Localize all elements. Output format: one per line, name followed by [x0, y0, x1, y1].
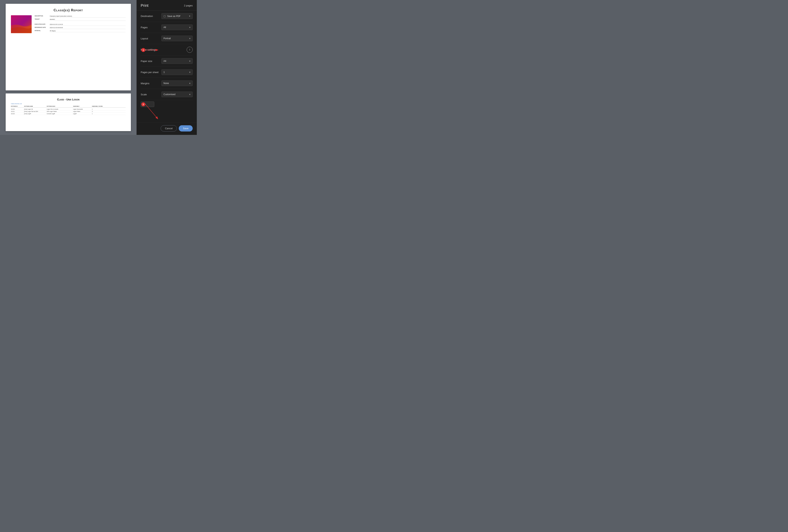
scale-select-wrapper: Customised Default Fit to page ▼	[161, 92, 193, 97]
print-panel: Print 2 pages Destination ▢ Save as PDF …	[137, 0, 197, 135]
scale-label: Scale	[141, 93, 159, 96]
paper-size-select-wrapper: A4 Letter A3 ▼	[161, 58, 193, 64]
pages-per-sheet-label: Pages per sheet	[141, 71, 159, 74]
page2-link: Class Events List	[11, 103, 125, 104]
print-settings-panel: Destination ▢ Save as PDF ▼ Pages All Cu…	[137, 11, 197, 122]
more-settings-row: More settings ⇧	[141, 44, 193, 56]
margins-select-wrapper: None Default Custom ▼	[161, 80, 193, 86]
pages-per-sheet-row: Pages per sheet 1 2 4 ▼	[141, 67, 193, 78]
more-settings-label: More settings	[141, 48, 157, 51]
layout-row: Layout Portrait Landscape ▼	[141, 33, 193, 44]
collapse-button[interactable]: ⇧	[186, 47, 193, 53]
layout-select[interactable]: Portrait Landscape	[161, 36, 193, 41]
paper-size-control: A4 Letter A3 ▼	[161, 58, 193, 64]
paper-size-select[interactable]: A4 Letter A3	[161, 58, 193, 64]
page-preview-1: Class(es) Report	[6, 4, 131, 91]
field-execution-date: Execution Date 2024-01-03 11:24:23	[35, 23, 125, 26]
table-row: 10,010 [Unix] Logon Ok Logon Ok on conso…	[11, 108, 125, 111]
chevron-down-icon: ▼	[189, 15, 191, 17]
field-description: Description Class(es) report (executive …	[35, 15, 125, 18]
table-row: 10,011 [Unix] Logon Fail via SSH SSH Log…	[11, 111, 125, 113]
destination-select[interactable]: ▢ Save as PDF ▼	[161, 13, 193, 19]
print-footer: Cancel Save	[137, 122, 197, 135]
report-title: Class(es) Report	[11, 8, 125, 12]
scale-select[interactable]: Customised Default Fit to page	[161, 92, 193, 97]
margins-select[interactable]: None Default Custom	[161, 80, 193, 86]
scale-input[interactable]	[141, 101, 154, 107]
print-title: Print	[141, 3, 149, 8]
pages-label: Pages	[141, 26, 159, 29]
pages-per-sheet-control: 1 2 4 ▼	[161, 69, 193, 75]
paper-size-row: Paper size A4 Letter A3 ▼	[141, 56, 193, 67]
field-tenant: Tenant daniele1	[35, 18, 125, 21]
paper-size-label: Paper size	[141, 60, 159, 62]
report-fields: Description Class(es) report (executive …	[35, 15, 125, 33]
destination-label: Destination	[141, 15, 159, 18]
field-interval: Interval 30 day(s)	[35, 30, 125, 32]
pages-per-sheet-select[interactable]: 1 2 4	[161, 69, 193, 75]
file-icon: ▢	[163, 15, 166, 18]
margins-row: Margins None Default Custom ▼	[141, 78, 193, 89]
margins-control: None Default Custom ▼	[161, 80, 193, 86]
pages-select-wrapper: All Custom ▼	[161, 24, 193, 30]
page2-title: Class - Unix Logon	[11, 98, 125, 101]
pages-control: All Custom ▼	[161, 24, 193, 30]
scale-input-row	[141, 100, 193, 110]
destination-control: ▢ Save as PDF ▼	[161, 13, 193, 19]
print-header: Print 2 pages	[137, 0, 197, 11]
report-image	[11, 15, 32, 33]
destination-row: Destination ▢ Save as PDF ▼	[141, 11, 193, 22]
layout-label: Layout	[141, 37, 159, 40]
page-preview-2: Class - Unix Logon Class Events List Pat…	[6, 94, 131, 131]
pages-per-sheet-select-wrapper: 1 2 4 ▼	[161, 69, 193, 75]
field-reference-date: Reference Date 2024-01-03 00:00:00	[35, 27, 125, 29]
save-button[interactable]: Save	[179, 125, 193, 132]
scale-row: Scale Customised Default Fit to page ▼	[141, 89, 193, 100]
print-pages-count: 2 pages	[184, 4, 193, 7]
layout-control: Portrait Landscape ▼	[161, 36, 193, 41]
cancel-button[interactable]: Cancel	[161, 125, 177, 132]
table-header: Pattern Id Pattern Name Pattern Desc Sub…	[11, 106, 125, 107]
margins-label: Margins	[141, 82, 159, 85]
table-row: 10,013 [Unix] Logoff Console Logoff Logo…	[11, 113, 125, 115]
report-body: Description Class(es) report (executive …	[11, 15, 125, 33]
scale-control: Customised Default Fit to page ▼	[161, 92, 193, 97]
preview-panel: Class(es) Report	[0, 0, 137, 135]
destination-value: Save as PDF	[167, 15, 187, 18]
pages-row: Pages All Custom ▼	[141, 22, 193, 33]
pages-select[interactable]: All Custom	[161, 24, 193, 30]
layout-select-wrapper: Portrait Landscape ▼	[161, 36, 193, 41]
